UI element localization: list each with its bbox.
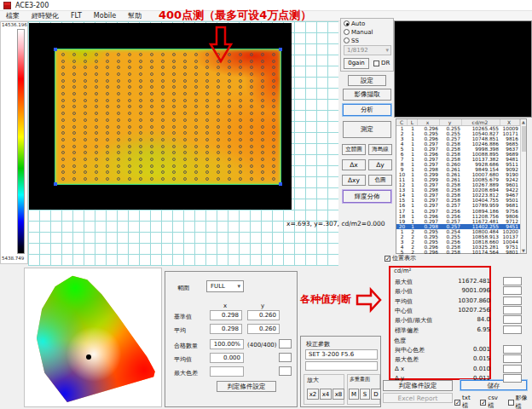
- calibration-set-field[interactable]: SET 3-200 F5.6: [305, 349, 378, 360]
- column-header[interactable]: X: [500, 119, 520, 125]
- luminance-analysis-button[interactable]: 輝度分佈: [343, 190, 391, 203]
- table-body[interactable]: 110.2960.25510265.45510009210.2950.25510…: [396, 126, 526, 255]
- selection-handle[interactable]: [54, 182, 57, 186]
- menu-item[interactable]: FLT: [65, 12, 88, 20]
- column-header[interactable]: C: [396, 119, 408, 125]
- delta-x-button[interactable]: Δx: [342, 159, 366, 170]
- measurement-point: [61, 72, 65, 76]
- checkbox-icon[interactable]: [480, 400, 486, 406]
- judge-result-box[interactable]: [503, 354, 522, 363]
- zoom-x4-button[interactable]: x4: [320, 389, 332, 400]
- measurement-point: [139, 170, 142, 174]
- file-type-option[interactable]: txt檔: [454, 394, 475, 409]
- judge-result-box[interactable]: [503, 365, 522, 373]
- measurement-point: [139, 131, 142, 135]
- multi-screen-d-button[interactable]: D: [371, 389, 381, 400]
- multi-screen-m-button[interactable]: M: [349, 389, 359, 400]
- radio-icon[interactable]: [344, 20, 350, 26]
- mean-value-field[interactable]: 0.000: [210, 353, 244, 363]
- calibration-empty-field[interactable]: [305, 361, 378, 371]
- judge-box[interactable]: [279, 353, 292, 362]
- reference-y-field[interactable]: 0.260: [247, 310, 280, 320]
- average-x-field[interactable]: 0.298: [210, 324, 242, 334]
- measurement-point: [117, 131, 120, 135]
- selection-handle[interactable]: [279, 48, 282, 51]
- contour-button[interactable]: 海島線: [368, 144, 392, 155]
- table-scrollbar[interactable]: ▲▼: [520, 119, 526, 253]
- capture-mode-option[interactable]: Manual: [344, 28, 393, 36]
- judge-box[interactable]: [279, 366, 292, 376]
- menu-item[interactable]: Mobile: [88, 12, 122, 20]
- measurement-point: [84, 99, 87, 102]
- judge-condition-button-mid[interactable]: 判定條件設定: [217, 381, 276, 392]
- judge-result-box[interactable]: [503, 297, 522, 305]
- file-type-option[interactable]: 影像檔: [508, 394, 532, 409]
- position-display-checkbox[interactable]: [385, 256, 390, 262]
- max-color-diff-field[interactable]: [210, 366, 244, 377]
- judge-box[interactable]: [279, 339, 292, 349]
- capture-mode-option[interactable]: SS: [344, 37, 393, 44]
- zoom-x2-button[interactable]: x2: [307, 389, 319, 400]
- image-capture-button[interactable]: 影像擷取: [343, 89, 391, 101]
- measurement-point: [183, 53, 187, 56]
- measurement-point: [205, 85, 209, 89]
- measurement-point: [106, 79, 109, 83]
- judge-result-box[interactable]: [503, 345, 522, 354]
- analyze-button[interactable]: 分析: [343, 104, 391, 116]
- delta-xy-button[interactable]: Δxy: [342, 175, 366, 186]
- colormap-button[interactable]: 色圖: [368, 175, 392, 186]
- capture-mode-option[interactable]: Auto: [344, 20, 393, 27]
- column-header[interactable]: L: [408, 119, 418, 125]
- dr-checkbox[interactable]: [373, 60, 379, 66]
- heatmap-measured-area[interactable]: [55, 49, 281, 185]
- judge-result-box[interactable]: [503, 315, 522, 324]
- measurement-table[interactable]: CLxycd/m2X 110.2960.25510265.45510009210…: [396, 118, 527, 254]
- judge-result-box[interactable]: [503, 306, 522, 314]
- measurement-point: [117, 170, 120, 174]
- column-header[interactable]: y: [440, 119, 462, 125]
- radio-icon[interactable]: [344, 37, 350, 43]
- excel-report-button[interactable]: Excel Report: [383, 393, 453, 403]
- selection-handle[interactable]: [279, 182, 282, 186]
- column-header[interactable]: cd/m2: [462, 119, 500, 125]
- cie-diagram[interactable]: [27, 272, 160, 405]
- menu-item[interactable]: 經時變化: [26, 11, 65, 20]
- radio-icon[interactable]: [344, 29, 350, 35]
- radio-label: SS: [351, 37, 359, 44]
- measurement-point: [106, 85, 109, 89]
- checkbox-icon[interactable]: [454, 400, 460, 406]
- zoom-x8-button[interactable]: x8: [332, 389, 344, 400]
- file-type-option[interactable]: csv檔: [480, 394, 502, 409]
- multi-screen-s-button[interactable]: S: [360, 389, 370, 400]
- reference-x-field[interactable]: 0.298: [210, 310, 242, 320]
- measurement-point: [139, 53, 142, 56]
- checkbox-icon[interactable]: [508, 400, 514, 406]
- measurement-point: [250, 151, 253, 154]
- average-y-field[interactable]: 0.260: [247, 324, 280, 334]
- measure-button[interactable]: 測定: [343, 121, 391, 138]
- measurement-point: [72, 105, 76, 108]
- range-select[interactable]: FULL: [206, 280, 244, 292]
- gain-button[interactable]: 0gain: [344, 58, 369, 69]
- measurement-point: [161, 131, 165, 135]
- judge-result-box[interactable]: [503, 325, 522, 334]
- delta-y-button[interactable]: Δy: [368, 159, 392, 170]
- measurement-point: [239, 151, 242, 154]
- measurement-point: [161, 53, 165, 56]
- judge-result-box[interactable]: [503, 286, 522, 295]
- judge-result-box[interactable]: [503, 374, 522, 383]
- menu-item[interactable]: 幫助: [122, 11, 147, 20]
- measurement-point: [95, 72, 98, 76]
- selection-handle[interactable]: [54, 48, 57, 51]
- judge-result-box[interactable]: [503, 277, 522, 285]
- judge-condition-button[interactable]: 判定條件設定: [383, 380, 453, 391]
- shutter-select[interactable]: 1/8192: [344, 45, 391, 55]
- measurement-point: [272, 118, 275, 122]
- menu-item[interactable]: 檔案: [0, 11, 26, 20]
- scroll-thumb[interactable]: [522, 126, 526, 152]
- column-header[interactable]: x: [418, 119, 440, 125]
- settings-button[interactable]: 設定: [348, 75, 386, 86]
- heatmap-canvas[interactable]: [29, 23, 292, 210]
- view3d-button[interactable]: 立體圖: [342, 144, 366, 155]
- measurement-point: [117, 112, 120, 115]
